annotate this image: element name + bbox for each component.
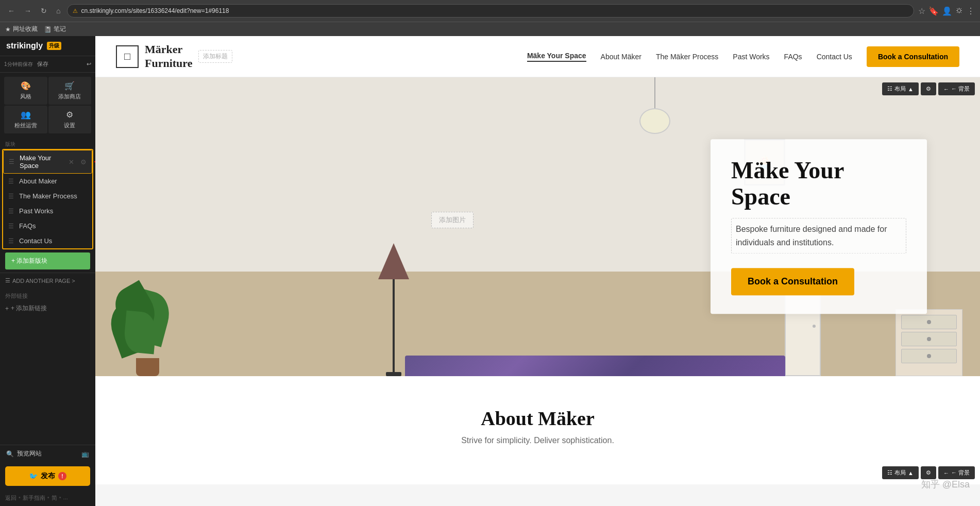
upgrade-badge[interactable]: 升级 <box>47 42 61 50</box>
layout-button[interactable]: ☷ 布局 ▲ <box>882 82 919 95</box>
nav-item-about-maker[interactable]: ☰ About Maker <box>3 174 92 189</box>
about-settings-button[interactable]: ⚙ <box>921 466 936 479</box>
fans-button[interactable]: 👥 粉丝运营 <box>4 106 47 133</box>
nav-item-label-0: Make Your Space <box>20 154 64 170</box>
style-button[interactable]: 🎨 风格 <box>4 77 47 105</box>
reload-button[interactable]: ↻ <box>38 6 49 16</box>
logo-line2: Furniture <box>145 57 192 70</box>
address-bar[interactable]: ⚠ cn.strikingly.com/s/sites/16336244/edi… <box>67 4 914 18</box>
lock-icon: ⚠ <box>73 8 78 14</box>
nav-item-settings-icon-0[interactable]: ✕ <box>69 158 74 166</box>
add-image-placeholder[interactable]: 添加图片 <box>431 212 474 228</box>
drag-handle-icon-4: ☰ <box>8 223 14 230</box>
autosave-text: 1分钟前保存 <box>4 61 33 68</box>
site-nav-links: Mäke Your Space About Mäker The Mäker Pr… <box>527 46 959 67</box>
preview-icon: 🔍 <box>6 450 14 458</box>
preview-area: □ Märker Furniture 添加标题 Mäke Your Space … <box>95 36 980 506</box>
external-links-section: 外部链接 + + 添加新链接 <box>0 288 95 317</box>
preview-website-button[interactable]: 🔍 预览网站 📺 <box>0 445 95 462</box>
red-arrow <box>94 161 95 162</box>
undo-icon[interactable]: ↩ <box>87 61 91 68</box>
background-label: ← 背景 <box>951 85 970 93</box>
home-button[interactable]: ⌂ <box>54 6 63 16</box>
guide-link[interactable]: 新手指南 <box>23 494 45 502</box>
add-another-page[interactable]: ☰ ADD ANOTHER PAGE > <box>0 273 95 288</box>
nav-item-past-works[interactable]: ☰ Past Works <box>3 204 92 218</box>
back-button[interactable]: ← <box>5 6 18 16</box>
save-button[interactable]: 保存 <box>35 59 50 69</box>
nav-link-4[interactable]: FAQs <box>784 53 802 61</box>
bookmarks-bar: ★ 网址收藏 📓 笔记 <box>0 22 980 36</box>
preview-label: 预览网站 <box>17 449 42 458</box>
about-background-button[interactable]: ← ← 背景 <box>938 466 975 479</box>
nav-item-contact-us[interactable]: ☰ Contact Us <box>3 233 92 248</box>
bookmark-websites[interactable]: ★ 网址收藏 <box>5 25 38 33</box>
nav-link-1[interactable]: About Mäker <box>601 53 641 61</box>
star-icon[interactable]: ☆ <box>918 6 925 16</box>
about-section: About Mäker Strive for simplicity. Deliv… <box>95 376 980 484</box>
about-bg-arrow: ← <box>943 470 949 476</box>
layout-label: 布局 <box>894 85 906 93</box>
about-layout-label: 布局 <box>894 469 906 477</box>
add-page-icon: ☰ <box>5 277 10 284</box>
fans-label: 粉丝运营 <box>14 122 37 129</box>
logo-text: strikingly <box>6 41 43 50</box>
bookmark-star-icon: ★ <box>5 26 11 33</box>
add-title-placeholder[interactable]: 添加标题 <box>198 50 232 63</box>
profile-icon[interactable]: 👤 <box>942 6 952 16</box>
gear-icon: ⚙ <box>926 86 931 92</box>
extension-icon[interactable]: ⛭ <box>955 6 964 15</box>
nav-item-gear-icon-0[interactable]: ⚙ <box>80 158 87 166</box>
bookmark-label: 网址收藏 <box>13 25 38 33</box>
drag-handle-icon: ☰ <box>9 158 14 165</box>
style-label: 风格 <box>20 93 31 100</box>
about-section-controls: ☷ 布局 ▲ ⚙ ← ← 背景 <box>882 466 975 479</box>
nav-link-2[interactable]: The Mäker Process <box>656 53 718 61</box>
nav-item-the-maker-process[interactable]: ☰ The Maker Process <box>3 189 92 204</box>
background-button[interactable]: ← ← 背景 <box>938 82 975 95</box>
nav-cta-button[interactable]: Book a Consultation <box>867 46 959 67</box>
menu-icon[interactable]: ⋮ <box>967 6 975 16</box>
add-store-button[interactable]: 🛒 添加商店 <box>48 77 92 105</box>
add-link-button[interactable]: + + 添加新链接 <box>5 302 90 315</box>
drag-handle-icon-1: ☰ <box>8 178 14 185</box>
settings-button[interactable]: ⚙ 设置 <box>48 106 92 133</box>
bookmark-notes-label: 笔记 <box>54 25 66 33</box>
bookmark-notes[interactable]: 📓 笔记 <box>44 25 66 33</box>
sidebar-logo: strikingly 升级 <box>0 36 95 56</box>
sidebar-grid: 🎨 风格 🛒 添加商店 👥 粉丝运营 ⚙ 设置 <box>0 73 95 138</box>
hero-subtitle: Bespoke furniture designed and made for … <box>731 218 906 254</box>
monitor-icon: 📺 <box>81 450 89 458</box>
back-link[interactable]: 返回 <box>5 494 16 502</box>
section-settings-button[interactable]: ⚙ <box>921 82 936 95</box>
nav-link-3[interactable]: Past Works <box>733 53 769 61</box>
nav-item-faqs[interactable]: ☰ FAQs <box>3 218 92 233</box>
settings-label: 设置 <box>64 122 75 129</box>
nav-item-make-your-space[interactable]: ☰ Make Your Space ✕ ⚙ <box>3 150 92 174</box>
style-icon: 🎨 <box>21 81 31 91</box>
about-layout-icon: ☷ <box>887 469 892 476</box>
about-subtitle: Strive for simplicity. Deliver sophistic… <box>137 436 939 445</box>
browser-chrome: ← → ↻ ⌂ ⚠ cn.strikingly.com/s/sites/1633… <box>0 0 980 22</box>
about-layout-button[interactable]: ☷ 布局 ▲ <box>882 466 919 479</box>
settings-icon: ⚙ <box>66 110 73 120</box>
layout-chevron: ▲ <box>908 86 914 92</box>
notes-icon: 📓 <box>44 26 52 33</box>
nav-link-5[interactable]: Contact Us <box>817 53 852 61</box>
more-link[interactable]: ... <box>63 494 68 502</box>
hero-dresser-item <box>895 309 962 376</box>
logo-line1: Märker <box>145 43 192 56</box>
forward-button[interactable]: → <box>22 6 34 16</box>
hero-plant-item <box>122 271 174 376</box>
hero-cta-button[interactable]: Book a Consultation <box>731 268 854 296</box>
sidebar-footer: 返回 • 新手指南 • 简 • ... <box>0 490 95 506</box>
bookmark-icon[interactable]: 🔖 <box>928 6 939 16</box>
drag-handle-icon-2: ☰ <box>8 193 14 200</box>
hero-title: Mäke Your Space <box>731 158 906 210</box>
add-block-button[interactable]: + 添加新版块 <box>5 252 90 269</box>
publish-button[interactable]: 🐦 发布 ! <box>5 466 90 486</box>
nav-item-label-4: FAQs <box>19 222 36 230</box>
nav-link-0[interactable]: Mäke Your Space <box>527 52 586 62</box>
lang-link[interactable]: 简 <box>52 494 57 502</box>
publish-badge: ! <box>58 472 66 480</box>
